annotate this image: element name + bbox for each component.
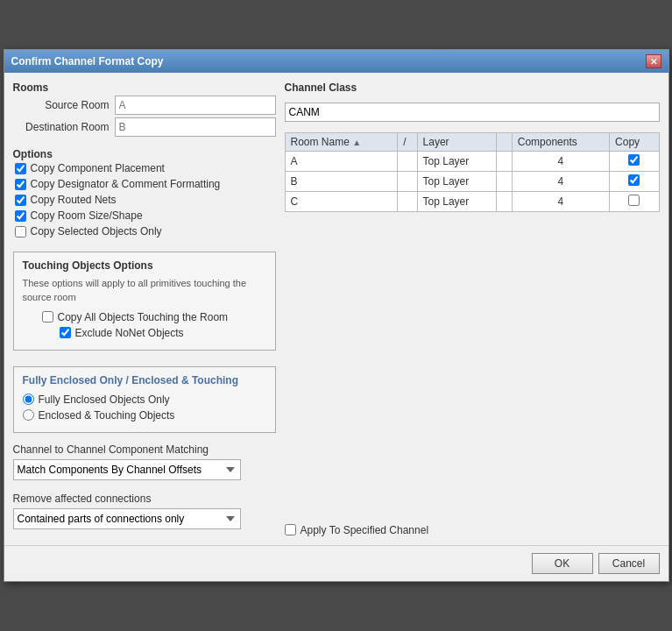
table-row: B Top Layer 4 [285, 172, 659, 192]
rooms-label: Rooms [13, 82, 276, 94]
col-room-name: Room Name ▲ [285, 133, 398, 152]
main-content: Rooms Source Room Destination Room Optio… [4, 73, 668, 545]
cell-room-c: C [285, 192, 398, 212]
cell-room-a: A [285, 152, 398, 172]
channel-class-label: Channel Class [285, 82, 660, 94]
copy-component-placement-row: Copy Component Placement [13, 162, 276, 174]
destination-room-input[interactable] [115, 117, 276, 137]
copy-designator-checkbox[interactable] [15, 179, 26, 190]
title-bar: Confirm Channel Format Copy ✕ [4, 50, 668, 73]
title-bar-buttons: ✕ [646, 54, 661, 68]
exclude-nonet-checkbox[interactable] [60, 327, 71, 338]
cell-copy-a [610, 152, 659, 172]
remove-connections-label: Remove affected connections [13, 493, 276, 505]
left-panel: Rooms Source Room Destination Room Optio… [13, 82, 276, 536]
cell-components-c: 4 [512, 192, 609, 212]
channel-matching-label: Channel to Channel Component Matching [13, 443, 276, 456]
col-spacer [496, 133, 512, 152]
copy-routed-nets-label: Copy Routed Nets [31, 194, 117, 206]
cell-spacer-b [496, 172, 512, 192]
cell-components-a: 4 [512, 152, 609, 172]
channel-matching-select[interactable]: Match Components By Channel Offsets Matc… [13, 459, 241, 480]
enclosed-touching-radio[interactable] [23, 409, 34, 421]
copy-room-size-row: Copy Room Size/Shape [13, 209, 276, 222]
apply-channel-row: Apply To Specified Channel [285, 524, 660, 536]
ok-button[interactable]: OK [532, 553, 593, 574]
fully-enclosed-row: Fully Enclosed Objects Only [23, 393, 266, 406]
col-copy: Copy [610, 133, 659, 152]
enclosed-box: Fully Enclosed Only / Enclosed & Touchin… [13, 366, 276, 433]
fully-enclosed-label: Fully Enclosed Objects Only [39, 393, 170, 406]
table-row: A Top Layer 4 [285, 152, 659, 172]
exclude-nonet-label: Exclude NoNet Objects [75, 327, 184, 339]
cell-room-b: B [285, 172, 398, 192]
copy-designator-label: Copy Designator & Comment Formatting [31, 178, 221, 190]
window-title: Confirm Channel Format Copy [11, 55, 164, 67]
options-section: Options Copy Component Placement Copy De… [13, 148, 276, 241]
copy-checkbox-b[interactable] [628, 174, 640, 186]
copy-selected-only-row: Copy Selected Objects Only [13, 225, 276, 238]
col-slash: / [398, 133, 417, 152]
cell-layer-a: Top Layer [417, 152, 496, 172]
copy-component-placement-checkbox[interactable] [15, 163, 26, 174]
cell-components-b: 4 [512, 172, 609, 192]
channel-matching-section: Channel to Channel Component Matching Ma… [13, 443, 276, 480]
copy-room-size-label: Copy Room Size/Shape [31, 209, 143, 222]
right-panel: Channel Class Room Name ▲ / Layer Compon… [285, 82, 660, 536]
copy-selected-only-label: Copy Selected Objects Only [31, 225, 162, 238]
copy-checkbox-a[interactable] [628, 154, 640, 166]
cell-layer-c: Top Layer [417, 192, 496, 212]
copy-routed-nets-checkbox[interactable] [15, 195, 26, 206]
cell-layer-b: Top Layer [417, 172, 496, 192]
bottom-bar: OK Cancel [4, 545, 668, 581]
cell-spacer-a [496, 152, 512, 172]
cancel-button[interactable]: Cancel [598, 553, 660, 574]
copy-room-size-checkbox[interactable] [15, 210, 26, 222]
copy-designator-row: Copy Designator & Comment Formatting [13, 178, 276, 190]
enclosed-title: Fully Enclosed Only / Enclosed & Touchin… [23, 374, 266, 386]
rooms-section: Rooms Source Room Destination Room [13, 82, 276, 139]
cell-slash-a [398, 152, 417, 172]
main-window: Confirm Channel Format Copy ✕ Rooms Sour… [4, 49, 669, 582]
apply-channel-checkbox[interactable] [285, 524, 296, 535]
fully-enclosed-radio[interactable] [23, 393, 34, 405]
apply-channel-label: Apply To Specified Channel [301, 524, 429, 536]
copy-all-touching-label: Copy All Objects Touching the Room [58, 311, 229, 323]
cell-spacer-c [496, 192, 512, 212]
source-room-label: Source Room [13, 99, 110, 111]
copy-all-touching-checkbox[interactable] [42, 311, 53, 323]
right-spacer [285, 217, 660, 519]
cell-copy-b [610, 172, 659, 192]
copy-component-placement-label: Copy Component Placement [31, 162, 165, 174]
remove-connections-section: Remove affected connections Contained pa… [13, 493, 276, 529]
enclosed-touching-label: Enclosed & Touching Objects [39, 409, 175, 422]
cell-copy-c [610, 192, 659, 212]
channel-table: Room Name ▲ / Layer Components Copy A To… [285, 132, 660, 212]
col-layer: Layer [417, 133, 496, 152]
cell-slash-c [398, 192, 417, 212]
enclosed-touching-row: Enclosed & Touching Objects [23, 409, 266, 422]
options-label: Options [13, 148, 276, 160]
touching-objects-box: Touching Objects Options These options w… [13, 252, 276, 351]
copy-all-touching-row: Copy All Objects Touching the Room [40, 311, 266, 323]
touching-objects-title: Touching Objects Options [23, 259, 266, 272]
copy-routed-nets-row: Copy Routed Nets [13, 194, 276, 206]
bottom-buttons: OK Cancel [532, 553, 660, 574]
channel-class-input[interactable] [285, 103, 660, 122]
exclude-nonet-row-wrapper: Exclude NoNet Objects [40, 327, 266, 339]
destination-room-row: Destination Room [13, 117, 276, 137]
cell-slash-b [398, 172, 417, 192]
source-room-input[interactable] [115, 96, 276, 115]
touching-objects-desc: These options will apply to all primitiv… [23, 277, 266, 304]
remove-connections-select[interactable]: Contained parts of connections only All … [13, 508, 241, 529]
table-row: C Top Layer 4 [285, 192, 659, 212]
close-button[interactable]: ✕ [646, 54, 661, 68]
exclude-nonet-row: Exclude NoNet Objects [58, 327, 266, 339]
source-room-row: Source Room [13, 96, 276, 115]
destination-room-label: Destination Room [13, 121, 110, 133]
col-components: Components [512, 133, 609, 152]
copy-checkbox-c[interactable] [628, 195, 640, 206]
copy-selected-only-checkbox[interactable] [15, 226, 26, 238]
touching-objects-options: Copy All Objects Touching the Room Exclu… [23, 311, 266, 339]
